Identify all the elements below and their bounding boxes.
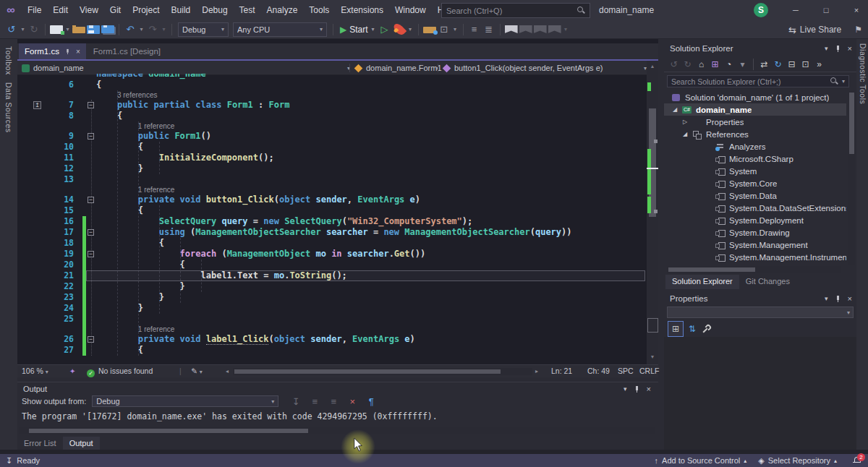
- notifications-button[interactable]: 2: [853, 456, 861, 466]
- line-number[interactable]: 15: [32, 205, 74, 216]
- scroll-down-icon[interactable]: ▼: [647, 354, 658, 359]
- open-file-icon[interactable]: [72, 27, 85, 33]
- tree-item-analyzers[interactable]: Analyzers: [664, 140, 846, 153]
- codelens-row[interactable]: 1 reference: [17, 185, 658, 194]
- line-number[interactable]: 8: [32, 111, 74, 121]
- line-number[interactable]: 22: [32, 281, 74, 292]
- window-layout-caret-icon[interactable]: ▾: [452, 22, 459, 37]
- code-line-19[interactable]: 19− foreach (ManagementObject mo in sear…: [17, 249, 658, 260]
- code-line-9[interactable]: 9− public Form1(): [17, 131, 658, 142]
- menu-analyze[interactable]: Analyze: [261, 0, 304, 20]
- line-number[interactable]: 24: [32, 303, 74, 314]
- nav-back-caret-icon[interactable]: ▾: [20, 22, 26, 37]
- code-line-top[interactable]: namespace domain_name: [17, 74, 658, 80]
- editor-horizontal-scrollbar[interactable]: [233, 368, 532, 375]
- line-number[interactable]: 21: [32, 270, 74, 281]
- se-refresh-icon[interactable]: ↻: [772, 57, 784, 72]
- tree-item-domain-name[interactable]: ◢domain_name: [664, 103, 846, 116]
- scrollbar-thumb[interactable]: [234, 369, 501, 374]
- line-number[interactable]: 17: [32, 227, 74, 238]
- code-line-22[interactable]: 22 }: [17, 281, 658, 292]
- new-project-caret-icon[interactable]: ▾: [64, 22, 71, 37]
- tree-item-system-drawing[interactable]: System.Drawing: [664, 226, 846, 239]
- menu-test[interactable]: Test: [234, 0, 261, 20]
- tree-item-references[interactable]: ◢References: [664, 128, 846, 140]
- pin-icon[interactable]: [634, 385, 640, 393]
- scrollbar-thumb[interactable]: [29, 429, 308, 433]
- collapse-icon[interactable]: ◢: [683, 131, 692, 137]
- nav-back-icon[interactable]: ↺: [5, 22, 18, 37]
- account-avatar[interactable]: S: [754, 3, 768, 17]
- tree-item-microsoft-csharp[interactable]: Microsoft.CSharp: [664, 153, 846, 165]
- code-line-23[interactable]: 23 }: [17, 292, 658, 303]
- code-line-6[interactable]: 6{: [17, 80, 658, 90]
- codelens-references-label[interactable]: 3 references: [117, 91, 158, 99]
- code-line-18[interactable]: 18 {: [17, 238, 658, 249]
- start-debugging-button[interactable]: ▶ Start ▾: [340, 25, 375, 35]
- code-line-17[interactable]: 17− using (ManagementObjectSearcher sear…: [17, 227, 658, 238]
- tree-item-system-management[interactable]: System.Management: [664, 239, 846, 251]
- scroll-right-icon[interactable]: ▸: [535, 365, 538, 377]
- run-without-debugging-icon[interactable]: ▷: [378, 22, 391, 37]
- code-line-27[interactable]: 27 {: [17, 345, 658, 356]
- toggle-bookmark-icon[interactable]: [505, 25, 518, 33]
- menu-project[interactable]: Project: [127, 0, 165, 20]
- line-number[interactable]: 19: [32, 249, 74, 260]
- select-repository-button[interactable]: ◈ Select Repository ▴: [758, 456, 837, 466]
- code-line-7[interactable]: ↥7− public partial class Form1 : Form: [17, 100, 658, 111]
- pin-icon[interactable]: [65, 48, 70, 55]
- line-number[interactable]: 10: [32, 142, 74, 153]
- line-number[interactable]: 7: [32, 100, 74, 111]
- close-icon[interactable]: ×: [848, 294, 852, 303]
- fold-collapse-icon[interactable]: −: [88, 229, 94, 236]
- se-collapse-all-icon[interactable]: ⊟: [786, 57, 798, 72]
- codelens-references-label[interactable]: 1 reference: [138, 325, 175, 333]
- hot-reload-caret-icon[interactable]: ▾: [407, 22, 414, 37]
- close-button[interactable]: ×: [842, 0, 868, 20]
- tree-vertical-scrollbar[interactable]: [848, 91, 855, 265]
- tool-tab-diagnostic-tools[interactable]: Diagnostic Tools: [857, 43, 868, 104]
- menu-debug[interactable]: Debug: [196, 0, 233, 20]
- code-line-10[interactable]: 10 {: [17, 142, 658, 153]
- line-number[interactable]: 27: [32, 345, 74, 356]
- new-project-icon[interactable]: [50, 25, 63, 34]
- line-number[interactable]: 6: [32, 80, 74, 90]
- document-tab-form1-cs[interactable]: Form1.cs×: [19, 43, 86, 59]
- se-sync-active-document-icon[interactable]: ⇄: [758, 57, 770, 72]
- line-number[interactable]: 12: [32, 163, 74, 174]
- code-line-8[interactable]: 8 {: [17, 111, 658, 121]
- undo-icon[interactable]: ↶: [124, 22, 137, 37]
- line-number[interactable]: 11: [32, 153, 74, 163]
- se-pending-changes-filter-icon[interactable]: ◔: [723, 57, 735, 72]
- scroll-up-icon[interactable]: ▲: [647, 64, 658, 69]
- bottom-tab-output[interactable]: Output: [63, 437, 100, 450]
- hot-reload-icon[interactable]: [393, 25, 406, 33]
- output-goto-message-icon[interactable]: ↧: [289, 394, 302, 408]
- bottom-tab-error-list[interactable]: Error List: [17, 437, 63, 450]
- scroll-left-icon[interactable]: ◂: [226, 365, 229, 377]
- navigate-forward-editor-icon[interactable]: ≣: [482, 22, 495, 37]
- issues-indicator[interactable]: ✓No issues found: [87, 365, 153, 377]
- nav-forward-icon[interactable]: ↻: [27, 22, 41, 37]
- bookmarks-caret-icon[interactable]: ▾: [563, 22, 569, 37]
- code-line-14[interactable]: 14− private void button1_Click(object se…: [17, 194, 658, 205]
- se-switch-views-icon[interactable]: ⊞: [709, 57, 721, 72]
- codelens-row[interactable]: 3 references: [17, 90, 658, 100]
- menu-extensions[interactable]: Extensions: [335, 0, 389, 20]
- line-number[interactable]: 9: [32, 131, 74, 142]
- tree-item-properties[interactable]: ▷Properties: [664, 116, 846, 128]
- line-number[interactable]: 25: [32, 314, 74, 325]
- code-line-15[interactable]: 15 {: [17, 205, 658, 216]
- output-source-dropdown[interactable]: Debug ▾: [92, 395, 278, 407]
- panel-tab-git-changes[interactable]: Git Changes: [739, 275, 796, 289]
- code-line-24[interactable]: 24 }: [17, 303, 658, 314]
- output-clear-all-icon[interactable]: ×: [346, 394, 359, 408]
- code-line-11[interactable]: 11 InitializeComponent();: [17, 153, 658, 163]
- minimize-button[interactable]: ─: [781, 0, 810, 20]
- prev-bookmark-icon[interactable]: [519, 25, 532, 33]
- tool-tab-toolbox[interactable]: Toolbox: [1, 46, 17, 75]
- live-share-button[interactable]: Live Share: [800, 25, 841, 35]
- code-line-20[interactable]: 20 {: [17, 260, 658, 270]
- redo-icon[interactable]: ↷: [146, 22, 159, 37]
- line-number[interactable]: 20: [32, 260, 74, 270]
